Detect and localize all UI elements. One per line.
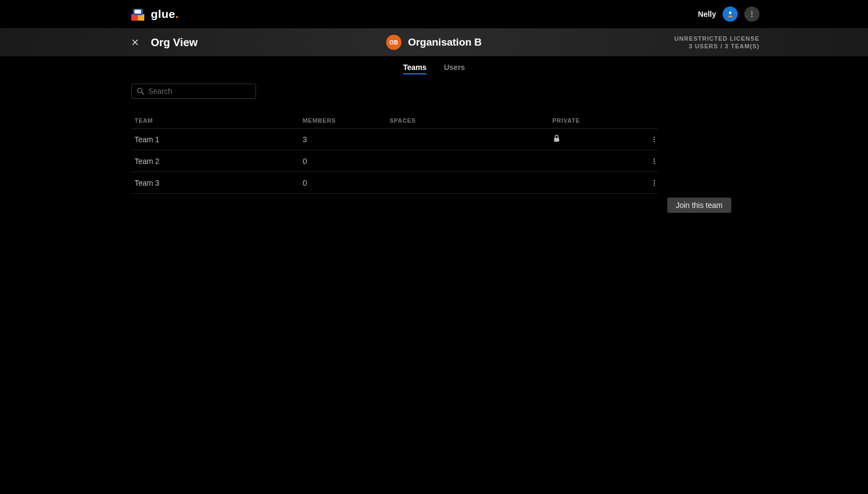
close-button[interactable] [130, 37, 140, 47]
close-icon [131, 39, 139, 46]
current-user-name: Nelly [698, 10, 716, 18]
col-members: MEMBERS [303, 117, 390, 124]
join-team-label: Join this team [676, 201, 723, 210]
svg-point-17 [654, 160, 655, 161]
svg-point-15 [654, 141, 655, 142]
sub-header-left: Org View [130, 36, 197, 49]
svg-point-4 [729, 11, 732, 14]
tabs: Teams Users [0, 60, 868, 77]
col-team: TEAM [135, 117, 303, 124]
search-input[interactable] [148, 87, 251, 96]
svg-point-13 [654, 136, 655, 137]
svg-point-18 [654, 162, 655, 163]
top-header: glue. Nelly [0, 0, 868, 28]
row-more-button[interactable] [648, 176, 661, 189]
svg-point-6 [751, 14, 752, 15]
top-header-right: Nelly [698, 7, 760, 22]
col-private: PRIVATE [552, 117, 628, 124]
svg-point-7 [751, 16, 752, 17]
cell-members: 3 [303, 135, 390, 144]
license-line-2: 3 USERS / 3 TEAM(S) [674, 42, 760, 50]
more-vertical-icon [650, 179, 658, 187]
svg-rect-12 [554, 138, 559, 142]
person-icon [726, 10, 734, 18]
cell-private [552, 134, 628, 144]
table-row[interactable]: Team 3 0 [131, 172, 658, 194]
svg-point-20 [654, 182, 655, 183]
join-team-popover[interactable]: Join this team [667, 198, 731, 213]
search-icon [136, 87, 145, 96]
org-indicator: OB Organisation B [386, 35, 482, 50]
org-name: Organisation B [408, 36, 482, 48]
brand-name: glue. [151, 8, 179, 21]
more-vertical-icon [650, 157, 658, 165]
more-vertical-icon [650, 136, 658, 143]
lock-icon [552, 134, 561, 143]
svg-point-5 [751, 11, 752, 12]
sub-header: Org View OB Organisation B UNRESTRICTED … [0, 28, 868, 56]
svg-point-19 [654, 180, 655, 181]
svg-point-10 [138, 88, 142, 93]
cell-team: Team 3 [135, 179, 303, 187]
header-more-button[interactable] [744, 7, 760, 22]
row-more-button[interactable] [648, 155, 661, 168]
search-box[interactable] [131, 84, 256, 99]
cell-members: 0 [303, 157, 390, 166]
row-more-button[interactable] [648, 133, 661, 146]
cell-members: 0 [303, 179, 390, 187]
svg-point-21 [654, 184, 655, 185]
license-info: UNRESTRICTED LICENSE 3 USERS / 3 TEAM(S) [674, 35, 760, 50]
more-vertical-icon [748, 10, 756, 18]
table-row[interactable]: Team 2 0 [131, 150, 658, 172]
svg-point-14 [654, 138, 655, 140]
cell-team: Team 2 [135, 157, 303, 166]
brand-logo-icon [130, 7, 145, 22]
tab-teams[interactable]: Teams [403, 63, 426, 74]
col-spaces: SPACES [390, 117, 552, 124]
page-title: Org View [151, 36, 197, 49]
org-badge: OB [386, 35, 401, 50]
svg-line-11 [142, 92, 144, 94]
content: TEAM MEMBERS SPACES PRIVATE Team 1 3 [0, 77, 868, 194]
tab-users[interactable]: Users [444, 63, 465, 74]
cell-team: Team 1 [135, 135, 303, 144]
svg-point-16 [654, 158, 655, 159]
teams-table: TEAM MEMBERS SPACES PRIVATE Team 1 3 [131, 113, 658, 194]
table-header: TEAM MEMBERS SPACES PRIVATE [131, 113, 658, 129]
svg-rect-3 [135, 10, 141, 14]
table-row[interactable]: Team 1 3 [131, 129, 658, 150]
brand: glue. [130, 7, 179, 22]
avatar[interactable] [723, 7, 738, 22]
license-line-1: UNRESTRICTED LICENSE [674, 35, 760, 42]
